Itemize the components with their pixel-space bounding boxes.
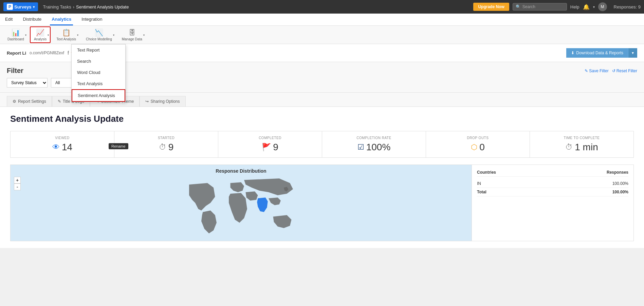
stat-completion-rate-value: ☑ 100% — [326, 142, 422, 153]
report-list-label: Report Li — [7, 51, 26, 56]
map-controls: + - — [14, 177, 21, 190]
stat-drop-outs-value: ⬡ 0 — [429, 142, 526, 153]
stat-time-to-complete: TIME TO COMPLETE ⏱ 1 min — [530, 131, 633, 157]
zoom-out-button[interactable]: - — [14, 184, 21, 190]
text-analysis-icon: 📋 — [62, 28, 71, 37]
toolbar-choice-modelling[interactable]: 📉 Choice Modelling ▾ — [82, 26, 116, 43]
country-in: IN — [477, 181, 481, 186]
stat-time-label: TIME TO COMPLETE — [533, 136, 630, 140]
text-analysis-arrow-icon: ▾ — [77, 33, 78, 36]
top-nav-right: Upgrade Now 🔍 Help 🔔 ▾ M Responses: 9 — [473, 2, 641, 11]
toolbar-analysis[interactable]: 📈 Analysis ▾ — [30, 26, 51, 43]
report-settings-icon: ⚙ — [13, 99, 16, 104]
surveys-label: Surveys — [14, 4, 32, 9]
responses-header: Responses — [607, 170, 628, 175]
text-analysis-label: Text Analysis — [56, 37, 76, 41]
surveys-logo[interactable]: P Surveys ▾ — [3, 2, 38, 11]
total-responses: 100.00% — [612, 190, 628, 194]
search-box: 🔍 — [513, 3, 567, 11]
sharing-options-icon: ↪ — [145, 99, 149, 104]
stat-completed: COMPLETED 🚩 9 — [218, 131, 322, 157]
stat-completion-rate-label: COMPLETION RATE — [326, 136, 422, 140]
manage-data-icon: 🗄 — [129, 29, 135, 37]
report-url: o.com/t/PGNf8Zexf — [30, 51, 64, 55]
tab-sharing-options[interactable]: ↪ Sharing Options — [140, 96, 185, 107]
sharing-options-label: Sharing Options — [150, 99, 180, 104]
manage-data-label: Manage Data — [122, 37, 142, 41]
nav-item-edit[interactable]: Edit — [3, 14, 14, 25]
menu-item-text-analysis[interactable]: Text Analysis — [72, 78, 125, 89]
tab-report-settings[interactable]: ⚙ Report Settings — [7, 96, 52, 107]
toolbar-manage-data[interactable]: 🗄 Manage Data ▾ — [118, 27, 146, 43]
time-icon: ⏱ — [565, 143, 573, 152]
save-filter-button[interactable]: ✎ Save Filter — [585, 69, 608, 73]
menu-item-search[interactable]: Search — [72, 56, 125, 67]
stat-started-label: STARTED — [118, 136, 215, 140]
choice-modelling-arrow-icon: ▾ — [113, 33, 114, 36]
user-avatar[interactable]: M — [598, 2, 607, 11]
menu-item-word-cloud[interactable]: Word Cloud — [72, 67, 125, 78]
stat-drop-outs-label: DROP OUTS — [429, 136, 526, 140]
completion-rate-icon: ☑ — [357, 143, 364, 152]
responses-count: Responses: 9 — [614, 4, 641, 9]
stat-drop-outs: DROP OUTS ⬡ 0 — [426, 131, 530, 157]
reset-filter-button[interactable]: ↺ Reset Filter — [612, 69, 637, 73]
surveys-dropdown-arrow: ▾ — [33, 5, 35, 9]
report-title-main: Sentiment Analysis Update — [7, 114, 637, 124]
choice-modelling-label: Choice Modelling — [86, 37, 112, 41]
dashboard-icon: 📊 — [12, 28, 20, 37]
stat-viewed-value: 👁 14 — [14, 142, 111, 153]
filter-actions: ✎ Save Filter ↺ Reset Filter — [585, 69, 637, 73]
survey-status-select[interactable]: Survey Status — [7, 78, 48, 88]
report-settings-label: Report Settings — [18, 99, 46, 104]
upgrade-button[interactable]: Upgrade Now — [473, 3, 509, 11]
nav-item-distribute[interactable]: Distribute — [21, 14, 43, 25]
map-data-row-in: IN 100.00% — [477, 179, 628, 188]
facebook-icon[interactable]: f — [68, 50, 69, 56]
search-icon: 🔍 — [516, 4, 521, 9]
stats-bar: VIEWED 👁 14 STARTED ⏱ 9 COMPLETED 🚩 9 — [10, 131, 634, 158]
zoom-in-button[interactable]: + — [14, 177, 21, 184]
dropdown-arrow-icon: ▾ — [593, 5, 595, 9]
stat-completed-label: COMPLETED — [222, 136, 318, 140]
stat-started: STARTED ⏱ 9 — [114, 131, 218, 157]
drop-outs-icon: ⬡ — [471, 143, 477, 152]
title-logo-icon: ✎ — [58, 99, 61, 104]
country-in-responses: 100.00% — [612, 181, 628, 186]
notification-bell-icon[interactable]: 🔔 — [583, 4, 590, 10]
rename-tooltip: Rename — [109, 143, 128, 149]
breadcrumb-parent[interactable]: Training Tasks — [43, 4, 71, 9]
download-button[interactable]: ⬇ Download Data & Reports — [566, 48, 628, 58]
menu-item-sentiment-analysis[interactable]: Sentiment Analysis — [72, 89, 125, 102]
stat-completed-value: 🚩 9 — [222, 142, 318, 153]
nav-item-integration[interactable]: Integration — [80, 14, 104, 25]
download-icon: ⬇ — [571, 51, 574, 55]
map-data-header: Countries Responses — [477, 170, 628, 177]
menu-item-text-report[interactable]: Text Report — [72, 44, 125, 56]
save-filter-icon: ✎ — [585, 69, 588, 73]
stat-time-value: ⏱ 1 min — [533, 142, 630, 153]
viewed-icon: 👁 — [52, 143, 60, 152]
nav-item-analytics[interactable]: Analytics — [50, 14, 73, 25]
analysis-label: Analysis — [34, 37, 47, 41]
top-nav-bar: P Surveys ▾ Training Tasks › Sentiment A… — [0, 0, 644, 14]
toolbar-text-analysis[interactable]: 📋 Text Analysis ▾ — [52, 26, 80, 43]
analysis-arrow-icon: ▾ — [48, 33, 49, 36]
help-label[interactable]: Help — [570, 4, 579, 9]
analysis-dropdown-menu: Text Report Search Word Cloud Text Analy… — [71, 44, 126, 102]
map-container: Response Distribution + - — [11, 165, 472, 241]
breadcrumb: Training Tasks › Sentiment Analysis Upda… — [43, 4, 129, 9]
reset-filter-icon: ↺ — [612, 69, 615, 73]
stat-started-value: ⏱ 9 — [118, 142, 215, 153]
analysis-icon: 📈 — [36, 28, 44, 37]
map-title: Response Distribution — [14, 168, 468, 174]
secondary-nav: Edit Distribute Analytics Integration — [0, 14, 644, 26]
search-input[interactable] — [522, 4, 560, 9]
countries-header: Countries — [477, 170, 496, 175]
map-data-row-total: Total 100.00% — [477, 188, 628, 196]
download-dropdown-arrow[interactable]: ▾ — [628, 48, 637, 58]
manage-data-arrow-icon: ▾ — [143, 33, 145, 36]
stat-viewed-label: VIEWED — [14, 136, 111, 140]
toolbar-dashboard[interactable]: 📊 Dashboard ▾ — [3, 26, 28, 43]
filter-title: Filter — [7, 67, 23, 75]
